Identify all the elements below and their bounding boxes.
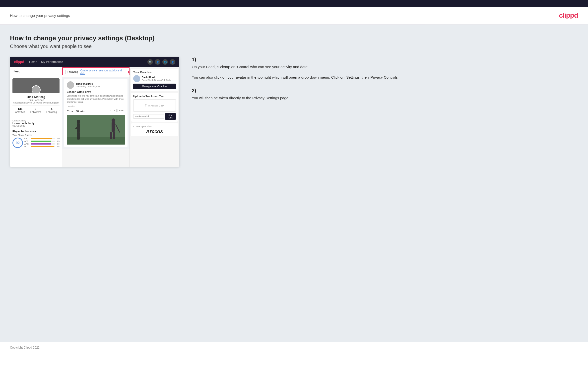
activities-label: Activities xyxy=(15,111,25,113)
bar-putt: PUTT 96 xyxy=(24,146,60,148)
performance-bars: OTT 90 APP xyxy=(24,137,60,148)
post-body: Looking to feel like my hands are exitin… xyxy=(67,94,125,104)
app-nav: clippd Home My Performance 🔍 👤 🌐 👤 xyxy=(10,57,179,67)
avatar-icon[interactable]: 👤 xyxy=(170,59,175,65)
svg-rect-8 xyxy=(112,122,115,132)
add-link-button[interactable]: Add Link xyxy=(165,113,176,120)
browser-tab-title: How to change your privacy settings xyxy=(10,13,70,18)
coach-row: David Ford Royal North Devon Golf Club xyxy=(133,75,176,82)
poster-date: Yesterday · Sunningdale xyxy=(76,85,100,88)
latest-label: Latest Activity xyxy=(12,119,60,122)
privacy-link[interactable]: Control who can see your activity and da… xyxy=(80,69,127,75)
trackman-title: Upload a Trackman Test xyxy=(133,95,176,98)
post-title: Lesson with Fordy xyxy=(67,90,125,93)
putt-label: PUTT xyxy=(24,146,30,148)
poster-info: Blair McHarg Yesterday · Sunningdale xyxy=(76,82,100,88)
trackman-input[interactable] xyxy=(133,114,164,119)
putt-track xyxy=(31,146,55,147)
tag-ott: OTT xyxy=(109,109,117,112)
clippd-logo: clippd xyxy=(559,11,578,19)
app-sidebar: Feed Blair McHarg Plus Handicap Royal No… xyxy=(10,67,62,167)
following-count: 4 xyxy=(46,107,57,111)
svg-rect-1 xyxy=(67,137,125,145)
ott-val: 90 xyxy=(56,137,60,140)
app-screenshot: clippd Home My Performance 🔍 👤 🌐 👤 Feed xyxy=(10,57,179,167)
top-bar xyxy=(0,0,588,7)
activities-stat: 131 Activities xyxy=(15,107,25,113)
poster-avatar xyxy=(67,81,74,89)
post-image xyxy=(67,115,125,145)
instructions-panel: 1) On your Feed, click/tap on 'Control w… xyxy=(187,57,578,108)
person-icon[interactable]: 👤 xyxy=(155,59,160,65)
coaches-section: Your Coaches David Ford Royal North Devo… xyxy=(131,69,178,91)
post-duration-label: Duration xyxy=(67,105,125,108)
manage-coaches-button[interactable]: Manage Your Coaches xyxy=(133,84,176,89)
instruction-step2: 2) You will then be taken directly to th… xyxy=(192,88,578,101)
nav-home[interactable]: Home xyxy=(29,60,37,64)
post-card: Blair McHarg Yesterday · Sunningdale Les… xyxy=(64,79,128,147)
svg-rect-6 xyxy=(78,132,80,140)
trackman-placeholder: Trackman Link xyxy=(133,99,176,112)
user-handicap: Plus Handicap xyxy=(12,99,60,102)
following-button[interactable]: Following xyxy=(65,70,80,74)
feed-header: Following Control who can see your activ… xyxy=(62,67,130,77)
app-track xyxy=(31,141,55,142)
bar-ott: OTT 90 xyxy=(24,137,60,140)
instruction-step1: 1) On your Feed, click/tap on 'Control w… xyxy=(192,57,578,80)
connect-title: Connect your data xyxy=(133,125,176,128)
trackman-section: Upload a Trackman Test Trackman Link Add… xyxy=(131,93,178,122)
bar-app: APP 85 xyxy=(24,140,60,142)
app-body: Feed Blair McHarg Plus Handicap Royal No… xyxy=(10,67,179,167)
app-feed: Following Control who can see your activ… xyxy=(62,67,130,149)
step2-text: You will then be taken directly to the P… xyxy=(192,95,578,101)
profile-stats: 131 Activities 3 Followers 4 Following xyxy=(12,105,60,115)
arg-fill xyxy=(31,143,51,145)
quality-label: Total Player Quality xyxy=(12,134,60,136)
latest-date: 03 Aug 2022 xyxy=(12,125,60,127)
step1-num: 1) xyxy=(192,57,578,62)
profile-card: Blair McHarg Plus Handicap Royal North D… xyxy=(10,76,62,118)
user-club: Royal North Devon Golf Club, United King… xyxy=(12,102,60,104)
latest-activity-section: Latest Activity Lesson with Fordy 03 Aug… xyxy=(10,118,62,129)
app-logo: clippd xyxy=(14,60,24,64)
nav-performance[interactable]: My Performance xyxy=(41,60,63,64)
demo-area: clippd Home My Performance 🔍 👤 🌐 👤 Feed xyxy=(10,57,578,167)
app-label: APP xyxy=(24,140,30,142)
app-nav-links: Home My Performance xyxy=(29,60,142,64)
activities-count: 131 xyxy=(15,107,25,111)
post-tags: OTT APP xyxy=(109,109,125,112)
coach-info: David Ford Royal North Devon Golf Club xyxy=(142,76,171,81)
performance-title: Player Performance xyxy=(12,130,60,133)
followers-stat: 3 Followers xyxy=(30,107,41,113)
arg-val: 86 xyxy=(56,143,60,145)
ott-track xyxy=(31,138,55,139)
arg-track xyxy=(31,143,55,145)
user-name: Blair McHarg xyxy=(12,95,60,99)
app-val: 85 xyxy=(56,140,60,142)
post-duration-value: 01 hr : 30 min xyxy=(67,110,84,113)
arccos-section: Connect your data Arccos xyxy=(131,123,178,136)
trackman-row: Add Link xyxy=(133,113,176,120)
followers-label: Followers xyxy=(30,111,41,113)
page-subheading: Choose what you want people to see xyxy=(10,44,578,49)
bar-arg: ARG 86 xyxy=(24,143,60,145)
avatar xyxy=(32,85,41,93)
globe-icon[interactable]: 🌐 xyxy=(162,59,168,65)
feed-tab[interactable]: Feed xyxy=(10,67,62,76)
putt-fill xyxy=(31,146,54,147)
app-right-panel: Your Coaches David Ford Royal North Devo… xyxy=(130,67,179,167)
coach-club: Royal North Devon Golf Club xyxy=(142,79,171,81)
search-icon[interactable]: 🔍 xyxy=(147,59,153,65)
post-header: Blair McHarg Yesterday · Sunningdale xyxy=(67,81,125,89)
ott-label: OTT xyxy=(24,137,30,140)
arg-label: ARG xyxy=(24,143,30,145)
page-heading: How to change your privacy settings (Des… xyxy=(10,34,578,42)
tag-app: APP xyxy=(118,109,125,112)
svg-point-2 xyxy=(77,120,80,124)
latest-activity-title: Lesson with Fordy xyxy=(12,122,60,125)
arccos-brand: Arccos xyxy=(133,129,176,134)
coach-name: David Ford xyxy=(142,76,171,79)
putt-val: 96 xyxy=(56,146,60,148)
coaches-title: Your Coaches xyxy=(133,71,176,74)
following-label: Following xyxy=(46,111,57,113)
